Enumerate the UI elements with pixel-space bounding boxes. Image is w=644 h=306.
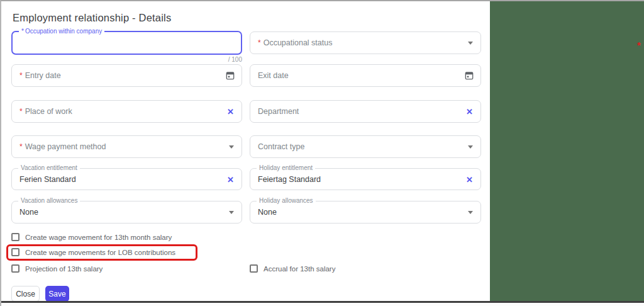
checkbox-label: Create wage movement for 13th month sala… bbox=[25, 234, 172, 241]
holiday-allowances-label: Holiday allowances bbox=[257, 197, 316, 205]
employment-details-dialog: Employment relationship - Details *Occup… bbox=[1, 1, 490, 303]
clear-icon[interactable]: ✕ bbox=[227, 108, 234, 116]
checkbox-wage-movement-13th-month[interactable]: Create wage movement for 13th month sala… bbox=[11, 233, 172, 241]
occupation-within-company-label: Occupation within company bbox=[25, 28, 102, 35]
chevron-down-icon bbox=[468, 145, 473, 149]
vacation-entitlement-value: Ferien Standard bbox=[19, 175, 76, 184]
calendar-icon[interactable] bbox=[464, 71, 474, 81]
entry-date-field[interactable]: * Entry date bbox=[11, 64, 242, 87]
holiday-entitlement-label: Holiday entitlement bbox=[257, 164, 315, 172]
required-asterisk: * bbox=[19, 71, 23, 80]
required-asterisk: * bbox=[19, 107, 23, 116]
chevron-down-icon bbox=[229, 145, 234, 149]
checkbox-icon[interactable] bbox=[11, 233, 19, 241]
clear-icon[interactable]: ✕ bbox=[227, 175, 234, 183]
holiday-allowances-value: None bbox=[258, 208, 277, 217]
vacation-entitlement-field[interactable]: Vacation entitlement Ferien Standard ✕ bbox=[11, 168, 242, 190]
vacation-allowances-select[interactable]: Vacation allowances None bbox=[11, 201, 242, 224]
contract-type-label: Contract type bbox=[258, 142, 304, 151]
required-asterisk: * bbox=[258, 38, 261, 47]
checkbox-label: Accrual for 13th salary bbox=[264, 265, 335, 273]
bottom-border bbox=[1, 301, 644, 306]
clear-icon[interactable]: ✕ bbox=[466, 175, 473, 183]
calendar-icon[interactable] bbox=[225, 71, 235, 81]
occupational-status-select[interactable]: * Occupational status bbox=[250, 31, 481, 54]
checkbox-accrual-13th-salary[interactable]: Accrual for 13th salary bbox=[250, 264, 335, 273]
chevron-down-icon bbox=[468, 211, 473, 214]
entry-date-label: Entry date bbox=[25, 71, 61, 80]
checkbox-icon[interactable] bbox=[11, 248, 19, 256]
vacation-allowances-label: Vacation allowances bbox=[18, 197, 80, 205]
vacation-allowances-value: None bbox=[19, 208, 38, 217]
checkbox-icon[interactable] bbox=[11, 264, 19, 273]
occupation-within-company-field[interactable]: *Occupation within company bbox=[11, 31, 242, 55]
chevron-down-icon bbox=[468, 42, 473, 45]
checkbox-icon[interactable] bbox=[250, 264, 258, 273]
required-asterisk: * bbox=[19, 142, 23, 151]
checkbox-label: Create wage movements for LOB contributi… bbox=[25, 249, 175, 256]
place-of-work-field[interactable]: * Place of work ✕ bbox=[11, 100, 242, 123]
page-title: Employment relationship - Details bbox=[13, 12, 171, 24]
wage-payment-method-select[interactable]: * Wage payment method bbox=[11, 135, 242, 158]
character-counter: / 100 bbox=[179, 56, 242, 63]
vacation-entitlement-label: Vacation entitlement bbox=[18, 164, 80, 172]
screenshot-canvas: * Employment relationship - Details *Occ… bbox=[0, 0, 644, 306]
checkbox-projection-13th-salary[interactable]: Projection of 13th salary bbox=[11, 264, 103, 273]
place-of-work-label: Place of work bbox=[25, 107, 72, 116]
department-label: Department bbox=[258, 107, 299, 116]
close-button[interactable]: Close bbox=[11, 286, 40, 302]
clear-icon[interactable]: ✕ bbox=[466, 108, 473, 116]
department-field[interactable]: Department ✕ bbox=[250, 100, 481, 123]
checkbox-wage-movements-lob[interactable]: Create wage movements for LOB contributi… bbox=[11, 248, 175, 256]
exit-date-label: Exit date bbox=[258, 71, 289, 80]
checkbox-label: Projection of 13th salary bbox=[25, 265, 103, 273]
save-button[interactable]: Save bbox=[45, 286, 69, 302]
holiday-allowances-select[interactable]: Holiday allowances None bbox=[250, 201, 481, 224]
wage-payment-method-label: Wage payment method bbox=[25, 142, 106, 151]
chevron-down-icon bbox=[229, 211, 234, 214]
contract-type-select[interactable]: Contract type bbox=[250, 135, 481, 158]
required-asterisk: * bbox=[21, 28, 24, 35]
background-right bbox=[490, 1, 644, 303]
annotation-asterisk-marker: * bbox=[637, 40, 641, 50]
holiday-entitlement-value: Feiertag Standard bbox=[258, 175, 321, 184]
exit-date-field[interactable]: Exit date bbox=[250, 64, 481, 87]
holiday-entitlement-field[interactable]: Holiday entitlement Feiertag Standard ✕ bbox=[250, 168, 481, 190]
occupational-status-label: Occupational status bbox=[264, 38, 333, 47]
